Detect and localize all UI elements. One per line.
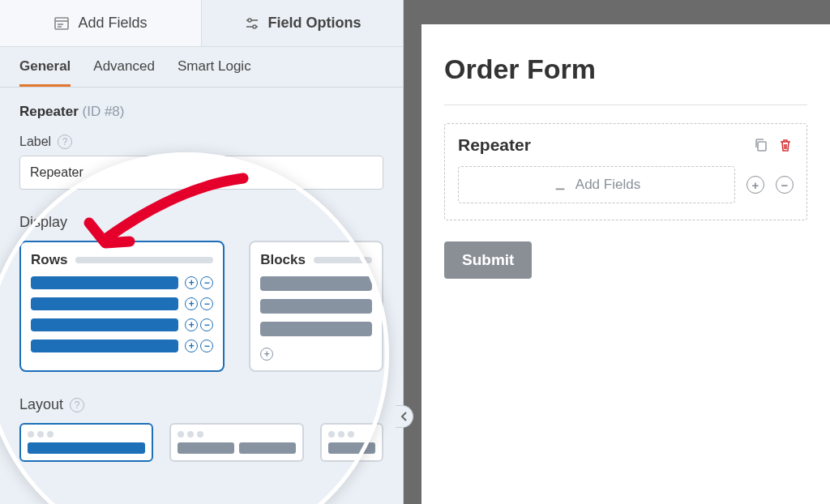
display-section-label: Display bbox=[19, 214, 383, 231]
sub-tabs: General Advanced Smart Logic bbox=[0, 47, 403, 88]
svg-point-5 bbox=[248, 19, 251, 22]
label-row: Label ? bbox=[19, 135, 383, 149]
title-bar bbox=[314, 257, 372, 263]
svg-rect-0 bbox=[55, 18, 68, 29]
plus-icon: + bbox=[185, 340, 198, 352]
subtab-advanced[interactable]: Advanced bbox=[93, 58, 155, 87]
add-fields-label: Add Fields bbox=[575, 177, 640, 193]
field-name: Repeater bbox=[19, 104, 79, 119]
minus-icon: − bbox=[200, 340, 213, 352]
tab-field-options[interactable]: Field Options bbox=[202, 0, 403, 46]
divider bbox=[444, 105, 807, 105]
repeater-block[interactable]: Repeater Add Fields + − bbox=[444, 123, 807, 220]
form-icon bbox=[53, 15, 70, 32]
display-options: Rows +− +− +− +− Blocks + bbox=[19, 241, 383, 372]
top-tabs: Add Fields Field Options bbox=[0, 0, 403, 47]
layout-option-2[interactable] bbox=[169, 423, 303, 462]
panel-body: Repeater (ID #8) Label ? Display Rows +−… bbox=[0, 88, 403, 504]
submit-button[interactable]: Submit bbox=[444, 241, 532, 279]
layout-option-3[interactable] bbox=[320, 423, 383, 462]
trash-icon[interactable] bbox=[777, 137, 794, 153]
preview-card: Order Form Repeater Add Fields bbox=[421, 24, 830, 504]
rows-label: Rows bbox=[31, 252, 67, 268]
subtab-general[interactable]: General bbox=[19, 58, 71, 87]
duplicate-icon[interactable] bbox=[753, 137, 769, 153]
form-title: Order Form bbox=[444, 53, 807, 85]
minus-icon: − bbox=[200, 318, 213, 331]
help-icon[interactable]: ? bbox=[70, 398, 84, 412]
field-header: Repeater (ID #8) bbox=[19, 104, 383, 120]
display-option-rows[interactable]: Rows +− +− +− +− bbox=[19, 241, 225, 372]
plus-icon: + bbox=[185, 297, 198, 310]
field-id: (ID #8) bbox=[83, 104, 125, 119]
display-option-blocks[interactable]: Blocks + bbox=[249, 241, 383, 372]
layout-options bbox=[19, 423, 383, 462]
add-row-button[interactable]: + bbox=[747, 176, 764, 194]
layout-section-label: Layout ? bbox=[19, 396, 383, 413]
remove-row-button[interactable]: − bbox=[776, 176, 794, 194]
download-icon bbox=[553, 177, 567, 192]
preview-area: Order Form Repeater Add Fields bbox=[404, 0, 830, 504]
title-bar bbox=[75, 257, 213, 263]
svg-point-7 bbox=[253, 25, 256, 28]
tab-add-fields[interactable]: Add Fields bbox=[0, 0, 202, 46]
subtab-smartlogic[interactable]: Smart Logic bbox=[178, 58, 251, 87]
minus-icon: − bbox=[200, 276, 213, 289]
blocks-label: Blocks bbox=[260, 252, 306, 268]
label-input[interactable] bbox=[19, 156, 383, 190]
sliders-icon bbox=[244, 15, 260, 32]
tab-add-fields-label: Add Fields bbox=[78, 15, 147, 32]
svg-rect-8 bbox=[758, 142, 766, 151]
plus-icon: + bbox=[185, 276, 198, 289]
left-panel: Add Fields Field Options General Advance… bbox=[0, 0, 404, 504]
layout-option-1[interactable] bbox=[19, 423, 153, 462]
minus-icon: − bbox=[200, 297, 213, 310]
repeater-title: Repeater bbox=[458, 135, 531, 155]
tab-field-options-label: Field Options bbox=[268, 15, 362, 32]
help-icon[interactable]: ? bbox=[58, 135, 72, 149]
label-text: Label bbox=[19, 135, 51, 149]
plus-icon: + bbox=[185, 318, 198, 331]
add-fields-dropzone[interactable]: Add Fields bbox=[458, 166, 735, 203]
plus-icon: + bbox=[260, 348, 273, 361]
